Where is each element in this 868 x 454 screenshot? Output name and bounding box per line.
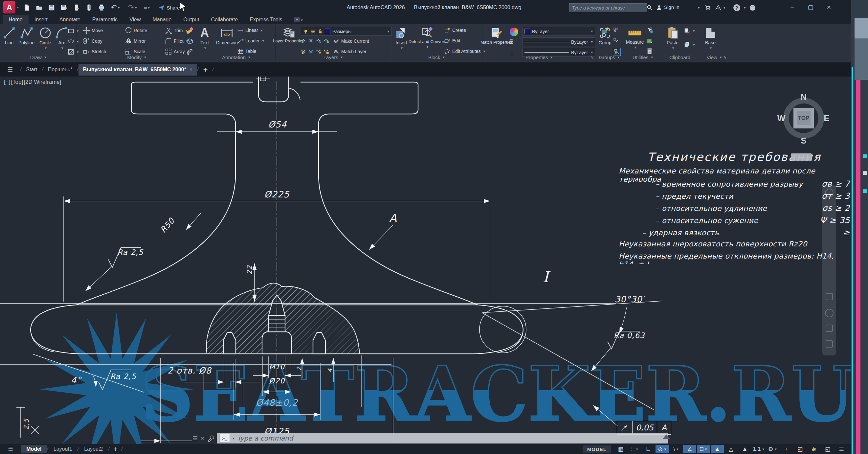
panel-modify[interactable]: Modify▾ xyxy=(76,53,197,61)
layout-tab-model[interactable]: Model xyxy=(21,445,46,453)
polyline-tool[interactable]: Polyline xyxy=(19,26,34,46)
copy-tool[interactable]: Copy xyxy=(83,37,102,45)
annotation-autoscale-toggle[interactable]: △ xyxy=(724,445,738,453)
file-tabs-menu-icon[interactable]: ☰ xyxy=(0,66,20,73)
circle-tool[interactable]: Circle▾ xyxy=(39,26,52,50)
viewport-controls[interactable]: [−][Top][2D Wireframe] xyxy=(4,79,61,85)
help-chevron-icon[interactable]: ▾ xyxy=(744,6,746,10)
annotation-visibility-toggle[interactable]: ▲ xyxy=(711,445,724,453)
rotate-tool[interactable]: Rotate xyxy=(125,27,147,34)
object-snap-tracking-toggle[interactable]: ∠ xyxy=(683,445,696,453)
color-wheel-icon[interactable] xyxy=(510,28,518,36)
leader-tool[interactable]: Leader▾ xyxy=(237,37,264,44)
clean-screen-button[interactable]: ◱ xyxy=(821,445,834,453)
edit-block-button[interactable]: Edit xyxy=(444,37,460,44)
insert-block-button[interactable]: Insert▾ xyxy=(394,26,408,50)
panel-layers[interactable]: Layers▾ xyxy=(275,53,391,61)
tab-express-tools[interactable]: Express Tools xyxy=(244,15,288,24)
annotation-scale-value[interactable]: 1:1▾ xyxy=(752,445,765,453)
save-to-web-mobile-button[interactable] xyxy=(84,3,94,12)
viewcube-west[interactable]: W xyxy=(777,113,785,123)
search-input[interactable]: Type a keyword or phrase xyxy=(569,3,647,12)
panel-annotation[interactable]: Annotation▾ xyxy=(197,53,275,61)
save-button[interactable] xyxy=(46,3,57,12)
panel-utilities[interactable]: Utilities▾ xyxy=(623,53,663,61)
rectangle-tool[interactable]: ▾ xyxy=(68,28,79,34)
app-menu-button[interactable]: A xyxy=(3,1,16,13)
panel-clipboard[interactable]: Clipboard xyxy=(663,53,697,61)
file-tab-vypusknoy-klapan[interactable]: Выпускной клапан_B&W_6S50MC 2000* × xyxy=(79,64,197,75)
isometric-drafting-toggle[interactable]: \▾ xyxy=(669,445,682,453)
tab-annotate[interactable]: Annotate xyxy=(54,15,86,24)
viewcube[interactable]: TOP N S W E xyxy=(780,95,827,142)
file-tab-start[interactable]: Start xyxy=(22,64,42,75)
ungroup-button[interactable] xyxy=(613,27,619,33)
viewcube-east[interactable]: E xyxy=(824,113,829,123)
signin-chevron-icon[interactable]: ▾ xyxy=(698,6,700,10)
layer-select[interactable]: Размеры ▾ xyxy=(301,27,392,36)
polar-tracking-toggle[interactable]: ⊘▾ xyxy=(655,445,669,453)
minimize-button[interactable]: – xyxy=(785,2,799,12)
object-color-select[interactable]: ByLayer▾ xyxy=(522,27,595,36)
undo-button[interactable]: ↶▾ xyxy=(110,3,120,12)
new-file-button[interactable] xyxy=(22,3,32,12)
command-drag-handle-icon[interactable] xyxy=(192,436,198,440)
detect-and-convert-button[interactable]: Detect and Convert▾ xyxy=(413,26,441,49)
plot-button[interactable] xyxy=(97,3,106,12)
file-tab-close-icon[interactable]: × xyxy=(189,67,192,72)
trim-tool[interactable]: Trim▾ xyxy=(165,27,187,34)
status-customization-menu[interactable]: ☰ xyxy=(835,445,848,453)
cut-clip-button[interactable]: ▾ xyxy=(684,28,695,34)
customization-gear-button[interactable]: ⚙▾ xyxy=(766,445,779,453)
panel-view[interactable]: View▾⇘ xyxy=(697,53,736,61)
snap-mode-toggle[interactable]: ∷▾ xyxy=(628,445,641,453)
app-menu-chevron-icon[interactable]: ▾ xyxy=(17,6,19,9)
quick-select-button[interactable] xyxy=(646,27,653,33)
group-edit-button[interactable] xyxy=(613,37,619,43)
autodesk-chevron-icon[interactable]: ▾ xyxy=(723,6,725,10)
match-properties-button[interactable]: Match Properties xyxy=(486,26,508,45)
viewport-view-control[interactable]: [Top] xyxy=(11,79,23,85)
model-space-button[interactable]: MODEL xyxy=(583,446,611,453)
command-close-icon[interactable]: × xyxy=(201,434,204,442)
make-current-button[interactable]: Make Current xyxy=(333,38,369,44)
line-tool[interactable]: Line xyxy=(3,26,16,46)
help-icon[interactable]: ? xyxy=(732,3,742,12)
layer-tools-row1[interactable] xyxy=(301,38,330,44)
customize-quick-access-button[interactable]: ═▾ xyxy=(142,3,152,12)
user-icon[interactable] xyxy=(654,3,664,12)
layout-tab-layout2[interactable]: Layout2 xyxy=(79,445,108,453)
open-file-button[interactable] xyxy=(34,3,44,12)
tab-home[interactable]: Home xyxy=(3,15,29,24)
command-prompt-icon[interactable]: >_ xyxy=(219,434,230,443)
ortho-mode-toggle[interactable]: ∟ xyxy=(642,445,655,453)
layout-tab-layout1[interactable]: Layout1 xyxy=(48,445,78,453)
viewcube-top-face[interactable]: TOP xyxy=(794,108,814,128)
save-as-button[interactable] xyxy=(59,3,69,12)
tab-collaborate[interactable]: Collaborate xyxy=(205,15,244,24)
lineweight-select[interactable]: ByLayer▾ xyxy=(522,37,595,46)
tab-output[interactable]: Output xyxy=(177,15,205,24)
layout-menu-icon[interactable]: ☰ xyxy=(0,446,21,453)
new-file-tab-button[interactable]: + xyxy=(198,65,212,74)
ribbon-display-toggle[interactable]: ▪▾ xyxy=(288,15,309,24)
command-recent-chevron-icon[interactable]: ▾ xyxy=(232,436,235,441)
viewport-visual-style-control[interactable]: [2D Wireframe] xyxy=(24,79,61,85)
autodesk-logo-icon[interactable] xyxy=(713,3,723,12)
tab-insert[interactable]: Insert xyxy=(29,15,54,24)
panel-draw[interactable]: Draw▾ xyxy=(0,53,76,61)
paste-button[interactable]: Paste▾ xyxy=(666,26,679,50)
move-tool[interactable]: Move xyxy=(83,27,103,34)
command-line-window[interactable]: × >_ ▾ Type a command xyxy=(192,432,668,444)
close-button[interactable]: × xyxy=(822,2,836,12)
maximize-button[interactable]: ▢ xyxy=(803,2,818,12)
measure-button[interactable]: Measure▾ xyxy=(626,26,644,50)
file-tab-porshen[interactable]: Поршень* xyxy=(43,64,77,75)
app-store-cart-icon[interactable] xyxy=(703,3,713,12)
tab-parametric[interactable]: Parametric xyxy=(86,15,123,24)
grid-display-toggle[interactable]: ▦ xyxy=(614,445,627,453)
redo-button[interactable]: ↷▾ xyxy=(127,3,137,12)
text-tool[interactable]: A Text▾ xyxy=(200,26,209,50)
panel-properties[interactable]: Properties▾⇘ xyxy=(482,53,596,61)
arc-tool[interactable]: Arc▾ xyxy=(55,26,68,50)
